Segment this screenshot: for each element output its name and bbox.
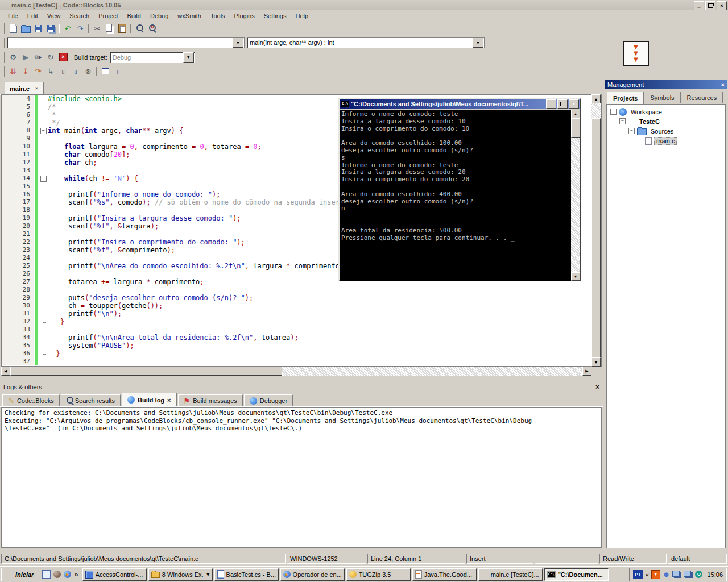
tray-chevron[interactable]: «	[646, 571, 649, 578]
chevron-down-icon[interactable]: ▼	[183, 52, 194, 63]
run-to-cursor-button[interactable]: ↧	[19, 66, 32, 77]
menu-edit[interactable]: Edit	[23, 11, 43, 20]
network-tray-icon-2[interactable]	[684, 571, 691, 577]
menu-file[interactable]: File	[3, 11, 23, 20]
various-info-button[interactable]: i	[111, 66, 124, 77]
chevron-down-icon[interactable]: ▾	[206, 571, 210, 578]
scroll-right-icon[interactable]: ▶	[582, 367, 592, 376]
console-window[interactable]: C:\ "C:\Documents and Settings\juliob\Me…	[338, 98, 581, 281]
tree-expander-icon[interactable]: −	[619, 118, 626, 124]
console-title-bar[interactable]: C:\ "C:\Documents and Settings\juliob\Me…	[340, 99, 580, 109]
tab-close-icon[interactable]: ×	[167, 397, 171, 404]
flashget-drop-zone[interactable]: ▼▼▼	[623, 41, 649, 66]
tree-expander-icon[interactable]: −	[610, 109, 617, 115]
tab-build-messages[interactable]: ⚑Build messages	[178, 394, 243, 406]
open-file-button[interactable]	[19, 23, 32, 34]
menu-wxsmith[interactable]: wxSmith	[173, 11, 206, 20]
chevron-down-icon[interactable]: ▼	[473, 38, 483, 48]
logs-close-icon[interactable]: ×	[595, 383, 599, 391]
restore-button[interactable]	[705, 1, 715, 10]
user-tray-icon[interactable]: ☻	[663, 571, 671, 578]
menu-search[interactable]: Search	[65, 11, 94, 20]
quicklaunch-overflow-chevron[interactable]: »	[74, 571, 78, 578]
tab-symbols[interactable]: Symbols	[644, 92, 680, 103]
panel-splitter[interactable]	[0, 376, 603, 382]
tree-item-sources[interactable]: −Sources	[608, 126, 724, 136]
scroll-down-icon[interactable]: ▼	[571, 272, 580, 281]
flashget-tray-icon[interactable]: ▼	[651, 570, 660, 579]
start-button[interactable]: Iniciar	[1, 568, 38, 581]
build-button[interactable]: ⚙	[7, 52, 19, 63]
toolbar-grip[interactable]	[2, 38, 5, 48]
replace-button[interactable]: R	[146, 23, 158, 34]
logs-caption[interactable]: Logs & others ×	[0, 382, 603, 392]
menu-settings[interactable]: Settings	[259, 11, 291, 20]
menu-tools[interactable]: Tools	[206, 11, 230, 20]
close-button[interactable]: ×	[717, 1, 727, 10]
toolbar-grip[interactable]	[2, 52, 5, 63]
tab-projects[interactable]: Projects	[607, 92, 644, 104]
scroll-thumb[interactable]	[10, 367, 282, 376]
tab-main-c[interactable]: main.c ×	[5, 82, 44, 95]
fold-margin[interactable]: −	[38, 174, 48, 182]
power-tray-icon[interactable]: O	[695, 571, 702, 578]
build-and-run-button[interactable]: ⚙▶	[32, 52, 44, 63]
editor-vscrollbar[interactable]: ▲ ▼	[592, 94, 601, 367]
taskbar-button-8-windows-ex[interactable]: 8 Windows Ex...▾	[148, 568, 213, 581]
scroll-left-icon[interactable]: ◀	[1, 367, 10, 376]
save-all-button[interactable]	[44, 23, 57, 34]
debugging-windows-button[interactable]	[99, 66, 111, 77]
fold-collapse-icon[interactable]: −	[40, 176, 47, 182]
tab-search-results[interactable]: Search results	[61, 394, 121, 406]
taskbar-button-tugzip-3-5[interactable]: TUGZip 3.5	[346, 568, 411, 581]
fold-collapse-icon[interactable]: −	[40, 128, 47, 134]
scroll-up-icon[interactable]: ▲	[592, 94, 601, 103]
menu-debug[interactable]: Debug	[146, 11, 173, 20]
run-button[interactable]: ▶	[19, 52, 32, 63]
tab-debugger[interactable]: Debugger	[244, 394, 293, 406]
tree-expander-icon[interactable]: −	[628, 128, 635, 134]
new-file-button[interactable]	[7, 23, 19, 34]
management-close-icon[interactable]: ×	[721, 81, 725, 88]
undo-button[interactable]: ↶	[61, 23, 74, 34]
console-minimize-button[interactable]: _	[546, 99, 556, 109]
scroll-thumb[interactable]	[592, 118, 601, 357]
scope-combo[interactable]: ▼	[7, 37, 245, 48]
taskbar-button-accesscontrol[interactable]: AccessControl-...	[82, 568, 147, 581]
taskbar-button-java-the-good[interactable]: Java.The.Good...	[412, 568, 477, 581]
save-button[interactable]	[32, 23, 44, 34]
taskbar-button-main-c-testec[interactable]: main.c [TesteC]...	[478, 568, 543, 581]
minimize-button[interactable]: _	[694, 1, 704, 10]
debug-continue-button[interactable]: ⇊	[7, 66, 19, 77]
title-bar[interactable]: main.c [TesteC] - Code::Blocks 10.05 _ ×	[0, 0, 728, 10]
scroll-thumb[interactable]	[571, 118, 580, 138]
scroll-trough[interactable]	[282, 367, 582, 376]
rebuild-button[interactable]: ↻	[44, 52, 57, 63]
menu-project[interactable]: Project	[94, 11, 122, 20]
next-line-button[interactable]: ↷	[32, 66, 44, 77]
stop-debugger-button[interactable]: ⊗	[82, 66, 94, 77]
cut-button[interactable]: ✂	[91, 23, 104, 34]
function-combo[interactable]: main(int argc, char** argv) : int ▼	[247, 37, 485, 48]
toolbar-grip[interactable]	[2, 66, 5, 77]
redo-button[interactable]: ↷	[74, 23, 86, 34]
network-tray-icon-1[interactable]	[672, 571, 680, 577]
tab-resources[interactable]: Resources	[681, 92, 723, 103]
quicklaunch-icon-2[interactable]	[53, 571, 61, 578]
step-out-button[interactable]: {}	[57, 66, 69, 77]
project-tree[interactable]: −⌂Workspace−TesteC−Sourcesmain.c	[606, 104, 726, 548]
toolbar-grip[interactable]	[2, 23, 5, 34]
console-maximize-button[interactable]	[557, 99, 568, 109]
tab-code-blocks[interactable]: ✎Code::Blocks	[2, 394, 60, 406]
console-close-button[interactable]: ×	[569, 99, 579, 109]
tree-item-main-c[interactable]: main.c	[608, 136, 724, 146]
taskbar-button-operador-de-en[interactable]: ▶Operador de en...	[280, 568, 345, 581]
menu-build[interactable]: Build	[122, 11, 145, 20]
tab-build-log[interactable]: Build log ×	[122, 393, 176, 406]
menu-help[interactable]: Help	[291, 11, 313, 20]
language-indicator[interactable]: PT	[633, 570, 643, 579]
taskbar-button-basictest-cs-b[interactable]: BasicTest.cs - B...	[214, 568, 279, 581]
console-vscrollbar[interactable]: ▲ ▼	[571, 110, 580, 281]
tree-item-testec[interactable]: −TesteC	[608, 117, 724, 126]
abort-button[interactable]: ×	[57, 52, 69, 63]
